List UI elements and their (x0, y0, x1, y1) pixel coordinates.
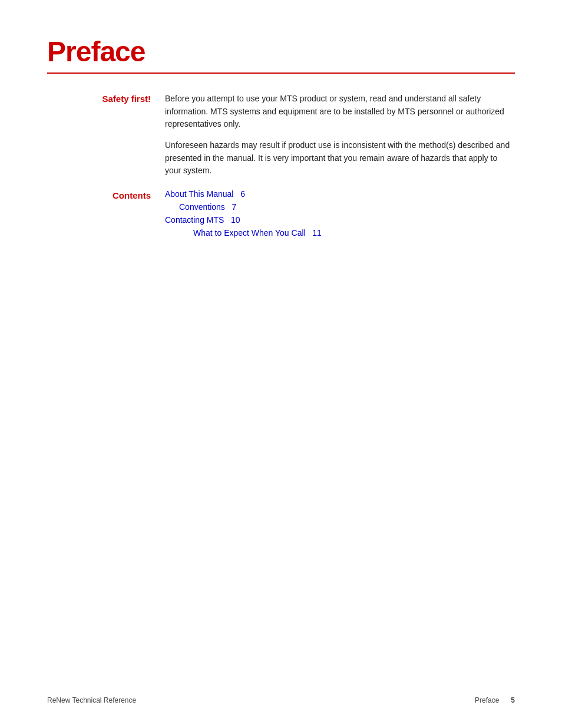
safety-label: Safety first! (47, 93, 165, 177)
safety-section: Safety first! Before you attempt to use … (47, 93, 515, 177)
footer-right: Preface 5 (475, 696, 515, 704)
safety-paragraph-1: Before you attempt to use your MTS produ… (165, 93, 515, 131)
toc-item: What to Expect When You Call 11 (165, 228, 515, 238)
page-footer: ReNew Technical Reference Preface 5 (47, 696, 515, 704)
toc-link-2[interactable]: Contacting MTS 10 (165, 215, 240, 225)
footer-page-number: 5 (511, 696, 515, 704)
page-container: Preface Safety first! Before you attempt… (0, 0, 562, 728)
toc-link-3[interactable]: What to Expect When You Call 11 (193, 228, 322, 238)
section-divider (47, 73, 515, 74)
toc-item: Contacting MTS 10 (165, 215, 515, 225)
footer-left-text: ReNew Technical Reference (47, 696, 136, 704)
footer-section-label: Preface (475, 696, 499, 704)
safety-paragraph-2: Unforeseen hazards may result if product… (165, 139, 515, 177)
toc-link-1[interactable]: Conventions 7 (179, 202, 236, 212)
toc-link-0[interactable]: About This Manual 6 (165, 189, 245, 199)
contents-body: About This Manual 6Conventions 7Contacti… (165, 189, 515, 241)
toc-item: Conventions 7 (165, 202, 515, 212)
content-section: Safety first! Before you attempt to use … (47, 93, 515, 253)
contents-label: Contents (47, 189, 165, 241)
toc-list: About This Manual 6Conventions 7Contacti… (165, 189, 515, 238)
page-title: Preface (47, 35, 515, 68)
safety-body: Before you attempt to use your MTS produ… (165, 93, 515, 177)
toc-item: About This Manual 6 (165, 189, 515, 199)
contents-section: Contents About This Manual 6Conventions … (47, 189, 515, 241)
